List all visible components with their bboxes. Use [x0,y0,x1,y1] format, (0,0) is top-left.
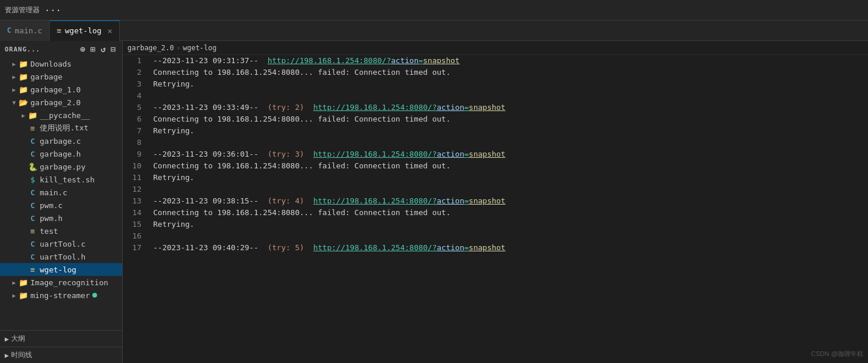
tree-item-label: kill_test.sh [40,175,95,184]
arrow-icon: ▶ [9,292,19,299]
sidebar-item-garbage-c[interactable]: ▶ C garbage.c [0,134,122,147]
sidebar-item-wget-log[interactable]: ▶ ≡ wget-log [0,263,122,276]
arrow-icon: ▶ [9,279,19,286]
outline-arrow-icon: ▶ [5,335,9,343]
code-line: 13 --2023-11-23 09:38:15-- (try: 4) http… [123,195,868,207]
tree-item-label: garbage [30,72,63,81]
sidebar-item-image-recognition[interactable]: ▶ 📁 Image_recognition [0,276,122,289]
folder-icon: 📁 [28,111,37,120]
line-content: Connecting to 198.168.1.254:8080... fail… [151,160,868,172]
line-content: --2023-11-23 09:38:15-- (try: 4) http://… [151,195,868,207]
line-number: 13 [123,195,151,207]
folder-icon: 📁 [19,278,28,287]
line-number: 6 [123,113,151,125]
sidebar-item-garbage-py[interactable]: ▶ 🐍 garbage.py [0,160,122,173]
sidebar-item-kill-test[interactable]: ▶ $ kill_test.sh [0,173,122,186]
sidebar-item-main-c[interactable]: ▶ C main.c [0,186,122,199]
code-line: 5 --2023-11-23 09:33:49-- (try: 2) http:… [123,102,868,113]
code-line: 2 Connecting to 198.168.1.254:8080... fa… [123,67,868,78]
editor-area: garbage_2.0 › wget-log 1 --2023-11-23 09… [123,41,868,363]
line-content: --2023-11-23 09:33:49-- (try: 2) http://… [151,102,868,113]
tree-item-label: 使用说明.txt [40,123,88,133]
line-number: 16 [123,230,151,242]
line-number: 8 [123,137,151,148]
arrow-icon: ▶ [19,112,28,119]
breadcrumb-separator: › [176,44,180,52]
line-number: 4 [123,90,151,102]
badge-dot [92,293,97,298]
tree-item-label: ming-streamer [30,291,90,300]
sidebar-timeline[interactable]: ▶ 时间线 [0,347,122,363]
timeline-arrow-icon: ▶ [5,351,9,359]
more-options[interactable]: ··· [44,5,61,16]
sidebar-item-garbage-h[interactable]: ▶ C garbage.h [0,147,122,160]
sidebar-section-header: ORANG... ⊕ ⊞ ↺ ⊟ [0,41,122,57]
tree-item-label: garbage.c [40,137,81,146]
sidebar-item-pwm-c[interactable]: ▶ C pwm.c [0,199,122,212]
new-folder-icon[interactable]: ⊞ [89,43,97,55]
code-line: 10 Connecting to 198.168.1.254:8080... f… [123,160,868,172]
arrow-icon: ▶ [9,74,19,80]
tree-item-label: main.c [40,188,67,197]
code-line: 11 Retrying. [123,172,868,184]
sidebar-item-uarttool-c[interactable]: ▶ C uartTool.c [0,237,122,250]
sidebar-toolbar: ⊕ ⊞ ↺ ⊟ [79,43,117,55]
sidebar-item-garbage-1[interactable]: ▶ 📁 garbage_1.0 [0,83,122,96]
line-number: 7 [123,125,151,137]
editor-content[interactable]: 1 --2023-11-23 09:31:37-- http://198.168… [123,55,868,363]
sidebar-item-downloads[interactable]: ▶ 📁 Downloads [0,57,122,70]
tab-label: main.c [15,26,42,35]
section-label: ORANG... [5,46,40,53]
c-icon: C [28,188,37,197]
c-file-icon: C [7,26,11,34]
line-content: Retrying. [151,172,868,184]
refresh-icon[interactable]: ↺ [99,43,107,55]
code-line: 3 Retrying. [123,78,868,90]
sidebar-item-pwm-h[interactable]: ▶ C pwm.h [0,212,122,224]
tab-wget-log[interactable]: ≡ wget-log × [50,20,120,41]
c-icon: C [28,240,37,248]
tree-item-label: garbage.py [40,163,85,171]
log-file-icon: ≡ [57,26,61,35]
new-file-icon[interactable]: ⊕ [79,43,87,55]
code-line: 6 Connecting to 198.168.1.254:8080... fa… [123,113,868,125]
tree-item-label: test [40,227,58,236]
tree-item-label: pwm.h [40,214,63,223]
tree-item-label: garbage_1.0 [30,85,81,94]
code-line: 15 Retrying. [123,219,868,230]
line-number: 9 [123,148,151,160]
line-content: Retrying. [151,125,868,137]
sidebar-item-pycache[interactable]: ▶ 📁 __pycache__ [0,109,122,122]
arrow-expanded-icon: ▼ [9,99,19,106]
line-content: --2023-11-23 09:31:37-- http://198.168.1… [151,55,868,67]
tabs-bar: C main.c ≡ wget-log × [0,20,868,41]
breadcrumb: garbage_2.0 › wget-log [123,41,868,55]
line-number: 3 [123,78,151,90]
title-bar-left: 资源管理器 ··· [5,5,61,16]
sidebar-item-usage-txt[interactable]: ▶ ≡ 使用说明.txt [0,122,122,134]
line-number: 2 [123,67,151,78]
tree-item-label: wget-log [40,265,77,274]
tab-main-c[interactable]: C main.c [0,20,50,41]
line-content: Connecting to 198.168.1.254:8080... fail… [151,207,868,219]
code-line: 7 Retrying. [123,125,868,137]
sidebar-outline[interactable]: ▶ 大纲 [0,330,122,347]
log-icon: ≡ [28,265,37,274]
folder-icon: 📁 [19,291,28,300]
h-icon: C [28,253,37,261]
sidebar-item-uarttool-h[interactable]: ▶ C uartTool.h [0,250,122,263]
line-number: 10 [123,160,151,172]
sidebar-item-test-log[interactable]: ▶ ≡ test [0,224,122,237]
sidebar-item-garbage[interactable]: ▶ 📁 garbage [0,70,122,83]
sidebar: ORANG... ⊕ ⊞ ↺ ⊟ ▶ 📁 Downloads ▶ 📁 garba… [0,41,123,363]
py-icon: 🐍 [28,163,37,171]
collapse-icon[interactable]: ⊟ [110,43,117,55]
sidebar-item-garbage-2[interactable]: ▼ 📂 garbage_2.0 [0,96,122,109]
txt-icon: ≡ [28,124,37,133]
line-number: 17 [123,242,151,254]
log-icon: ≡ [28,227,37,236]
line-number: 5 [123,102,151,113]
code-line: 8 [123,137,868,148]
close-tab-icon[interactable]: × [108,26,112,36]
sidebar-item-ming-streamer[interactable]: ▶ 📁 ming-streamer [0,289,122,302]
